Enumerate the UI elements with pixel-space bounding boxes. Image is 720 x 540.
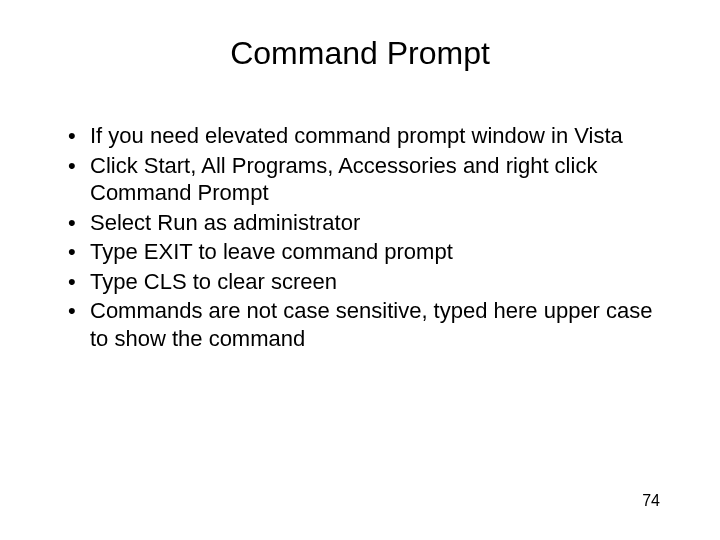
slide-container: Command Prompt If you need elevated comm…	[0, 0, 720, 540]
bullet-list: If you need elevated command prompt wind…	[50, 122, 670, 352]
list-item: Select Run as administrator	[68, 209, 670, 237]
list-item: Type CLS to clear screen	[68, 268, 670, 296]
page-number: 74	[642, 492, 660, 510]
list-item: Click Start, All Programs, Accessories a…	[68, 152, 670, 207]
list-item: Commands are not case sensitive, typed h…	[68, 297, 670, 352]
list-item: Type EXIT to leave command prompt	[68, 238, 670, 266]
list-item: If you need elevated command prompt wind…	[68, 122, 670, 150]
slide-title: Command Prompt	[50, 35, 670, 72]
